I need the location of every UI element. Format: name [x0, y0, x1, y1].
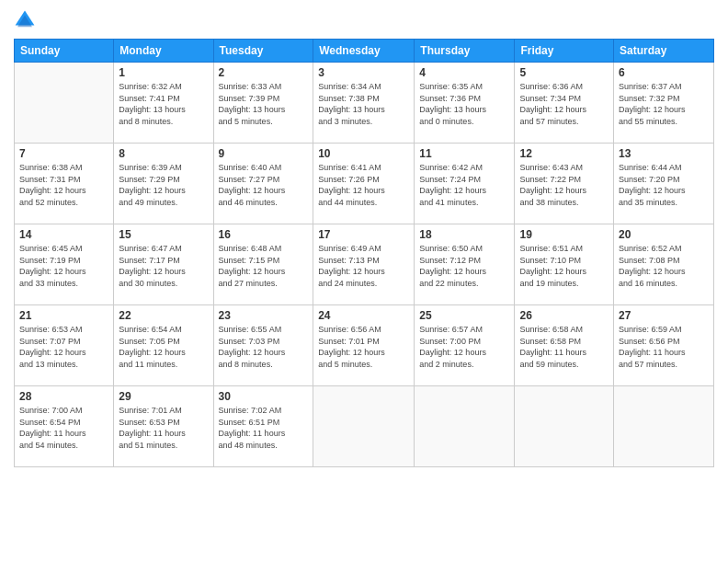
header — [14, 9, 714, 31]
day-number: 7 — [19, 147, 108, 160]
week-row-4: 28Sunrise: 7:00 AM Sunset: 6:54 PM Dayli… — [15, 386, 714, 467]
day-info: Sunrise: 6:57 AM Sunset: 7:00 PM Dayligh… — [419, 324, 509, 370]
calendar-cell: 1Sunrise: 6:32 AM Sunset: 7:41 PM Daylig… — [114, 63, 213, 144]
calendar-cell: 30Sunrise: 7:02 AM Sunset: 6:51 PM Dayli… — [213, 386, 313, 467]
calendar-cell: 15Sunrise: 6:47 AM Sunset: 7:17 PM Dayli… — [114, 224, 213, 305]
day-info: Sunrise: 6:37 AM Sunset: 7:32 PM Dayligh… — [619, 81, 709, 127]
calendar-cell: 20Sunrise: 6:52 AM Sunset: 7:08 PM Dayli… — [614, 224, 714, 305]
weekday-header-wednesday: Wednesday — [313, 40, 415, 63]
calendar-cell — [415, 386, 515, 467]
day-number: 5 — [519, 66, 609, 79]
day-number: 6 — [619, 66, 709, 79]
day-number: 2 — [219, 66, 309, 79]
calendar-cell: 7Sunrise: 6:38 AM Sunset: 7:31 PM Daylig… — [15, 144, 114, 224]
weekday-header-row: SundayMondayTuesdayWednesdayThursdayFrid… — [15, 40, 714, 63]
calendar-cell: 29Sunrise: 7:01 AM Sunset: 6:53 PM Dayli… — [114, 386, 213, 467]
calendar-cell: 17Sunrise: 6:49 AM Sunset: 7:13 PM Dayli… — [313, 224, 415, 305]
day-info: Sunrise: 6:40 AM Sunset: 7:27 PM Dayligh… — [219, 162, 309, 208]
calendar: SundayMondayTuesdayWednesdayThursdayFrid… — [14, 39, 714, 467]
day-number: 19 — [519, 228, 609, 241]
day-info: Sunrise: 6:41 AM Sunset: 7:26 PM Dayligh… — [318, 162, 409, 208]
calendar-cell: 2Sunrise: 6:33 AM Sunset: 7:39 PM Daylig… — [213, 63, 313, 144]
weekday-header-sunday: Sunday — [15, 40, 114, 63]
week-row-0: 1Sunrise: 6:32 AM Sunset: 7:41 PM Daylig… — [15, 63, 714, 144]
weekday-header-saturday: Saturday — [614, 40, 714, 63]
calendar-cell: 8Sunrise: 6:39 AM Sunset: 7:29 PM Daylig… — [114, 144, 213, 224]
calendar-cell: 26Sunrise: 6:58 AM Sunset: 6:58 PM Dayli… — [515, 305, 614, 386]
day-info: Sunrise: 6:43 AM Sunset: 7:22 PM Dayligh… — [519, 162, 609, 208]
day-info: Sunrise: 6:35 AM Sunset: 7:36 PM Dayligh… — [419, 81, 509, 127]
day-info: Sunrise: 6:39 AM Sunset: 7:29 PM Dayligh… — [119, 162, 208, 208]
logo — [14, 9, 40, 31]
calendar-cell: 10Sunrise: 6:41 AM Sunset: 7:26 PM Dayli… — [313, 144, 415, 224]
day-info: Sunrise: 7:01 AM Sunset: 6:53 PM Dayligh… — [119, 405, 208, 451]
day-number: 10 — [318, 147, 409, 160]
day-number: 29 — [119, 390, 208, 403]
day-info: Sunrise: 6:45 AM Sunset: 7:19 PM Dayligh… — [19, 243, 108, 289]
day-number: 17 — [318, 228, 409, 241]
calendar-cell — [515, 386, 614, 467]
day-info: Sunrise: 6:56 AM Sunset: 7:01 PM Dayligh… — [318, 324, 409, 370]
day-number: 12 — [519, 147, 609, 160]
calendar-cell: 6Sunrise: 6:37 AM Sunset: 7:32 PM Daylig… — [614, 63, 714, 144]
day-number: 3 — [318, 66, 409, 79]
week-row-2: 14Sunrise: 6:45 AM Sunset: 7:19 PM Dayli… — [15, 224, 714, 305]
calendar-cell: 22Sunrise: 6:54 AM Sunset: 7:05 PM Dayli… — [114, 305, 213, 386]
week-row-1: 7Sunrise: 6:38 AM Sunset: 7:31 PM Daylig… — [15, 144, 714, 224]
day-info: Sunrise: 6:58 AM Sunset: 6:58 PM Dayligh… — [519, 324, 609, 370]
calendar-cell: 5Sunrise: 6:36 AM Sunset: 7:34 PM Daylig… — [515, 63, 614, 144]
calendar-cell: 16Sunrise: 6:48 AM Sunset: 7:15 PM Dayli… — [213, 224, 313, 305]
day-info: Sunrise: 6:50 AM Sunset: 7:12 PM Dayligh… — [419, 243, 509, 289]
calendar-cell: 11Sunrise: 6:42 AM Sunset: 7:24 PM Dayli… — [415, 144, 515, 224]
day-number: 21 — [19, 309, 108, 322]
week-row-3: 21Sunrise: 6:53 AM Sunset: 7:07 PM Dayli… — [15, 305, 714, 386]
day-number: 27 — [619, 309, 709, 322]
calendar-cell: 3Sunrise: 6:34 AM Sunset: 7:38 PM Daylig… — [313, 63, 415, 144]
calendar-cell: 19Sunrise: 6:51 AM Sunset: 7:10 PM Dayli… — [515, 224, 614, 305]
day-number: 4 — [419, 66, 509, 79]
day-info: Sunrise: 6:33 AM Sunset: 7:39 PM Dayligh… — [219, 81, 309, 127]
day-number: 15 — [119, 228, 208, 241]
day-info: Sunrise: 7:00 AM Sunset: 6:54 PM Dayligh… — [19, 405, 108, 451]
day-number: 8 — [119, 147, 208, 160]
weekday-header-thursday: Thursday — [415, 40, 515, 63]
day-number: 1 — [119, 66, 208, 79]
logo-icon — [14, 9, 36, 31]
day-info: Sunrise: 6:51 AM Sunset: 7:10 PM Dayligh… — [519, 243, 609, 289]
weekday-header-friday: Friday — [515, 40, 614, 63]
day-number: 25 — [419, 309, 509, 322]
calendar-cell — [313, 386, 415, 467]
weekday-header-monday: Monday — [114, 40, 213, 63]
calendar-cell: 23Sunrise: 6:55 AM Sunset: 7:03 PM Dayli… — [213, 305, 313, 386]
calendar-cell: 14Sunrise: 6:45 AM Sunset: 7:19 PM Dayli… — [15, 224, 114, 305]
day-number: 26 — [519, 309, 609, 322]
day-info: Sunrise: 6:36 AM Sunset: 7:34 PM Dayligh… — [519, 81, 609, 127]
day-number: 20 — [619, 228, 709, 241]
day-info: Sunrise: 6:47 AM Sunset: 7:17 PM Dayligh… — [119, 243, 208, 289]
day-info: Sunrise: 6:44 AM Sunset: 7:20 PM Dayligh… — [619, 162, 709, 208]
day-info: Sunrise: 6:34 AM Sunset: 7:38 PM Dayligh… — [318, 81, 409, 127]
calendar-cell: 12Sunrise: 6:43 AM Sunset: 7:22 PM Dayli… — [515, 144, 614, 224]
day-number: 16 — [219, 228, 309, 241]
day-info: Sunrise: 6:42 AM Sunset: 7:24 PM Dayligh… — [419, 162, 509, 208]
calendar-cell: 27Sunrise: 6:59 AM Sunset: 6:56 PM Dayli… — [614, 305, 714, 386]
day-info: Sunrise: 6:59 AM Sunset: 6:56 PM Dayligh… — [619, 324, 709, 370]
calendar-cell — [614, 386, 714, 467]
calendar-cell: 28Sunrise: 7:00 AM Sunset: 6:54 PM Dayli… — [15, 386, 114, 467]
day-number: 28 — [19, 390, 108, 403]
day-number: 11 — [419, 147, 509, 160]
day-number: 9 — [219, 147, 309, 160]
calendar-cell: 4Sunrise: 6:35 AM Sunset: 7:36 PM Daylig… — [415, 63, 515, 144]
calendar-cell: 13Sunrise: 6:44 AM Sunset: 7:20 PM Dayli… — [614, 144, 714, 224]
day-info: Sunrise: 6:55 AM Sunset: 7:03 PM Dayligh… — [219, 324, 309, 370]
day-info: Sunrise: 7:02 AM Sunset: 6:51 PM Dayligh… — [219, 405, 309, 451]
day-number: 14 — [19, 228, 108, 241]
day-number: 18 — [419, 228, 509, 241]
day-info: Sunrise: 6:53 AM Sunset: 7:07 PM Dayligh… — [19, 324, 108, 370]
page: SundayMondayTuesdayWednesdayThursdayFrid… — [0, 0, 728, 563]
calendar-cell: 25Sunrise: 6:57 AM Sunset: 7:00 PM Dayli… — [415, 305, 515, 386]
day-info: Sunrise: 6:48 AM Sunset: 7:15 PM Dayligh… — [219, 243, 309, 289]
calendar-cell: 21Sunrise: 6:53 AM Sunset: 7:07 PM Dayli… — [15, 305, 114, 386]
calendar-cell — [15, 63, 114, 144]
day-info: Sunrise: 6:38 AM Sunset: 7:31 PM Dayligh… — [19, 162, 108, 208]
